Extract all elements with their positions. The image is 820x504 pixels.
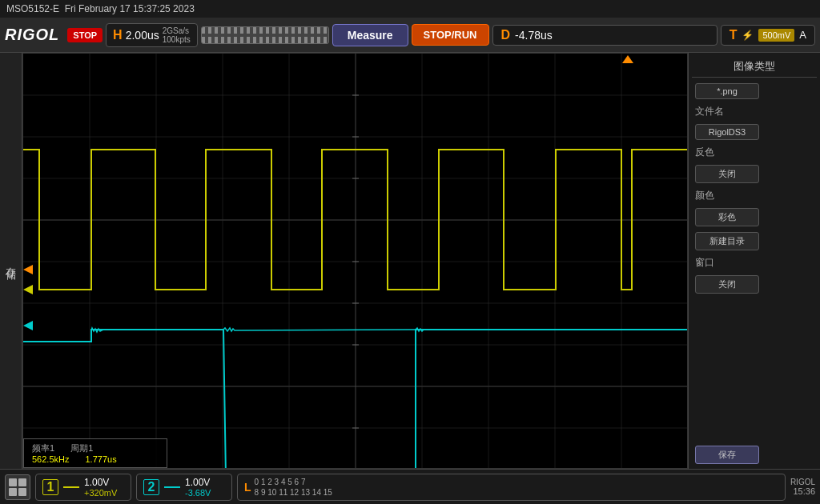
status-bar: MSO5152-E Fri February 17 15:37:25 2023 [0, 0, 820, 18]
datetime-label: Fri February 17 15:37:25 2023 [65, 3, 195, 14]
window-btn[interactable]: 关闭 [695, 275, 759, 294]
period-label: 周期1 [70, 442, 93, 454]
measure-box: 频率1 周期1 562.5kHz 1.777us [23, 438, 167, 468]
freq-label: 频率1 [32, 442, 54, 454]
period-value: 1.777us [85, 454, 116, 464]
save-side-tab[interactable]: 存储 [0, 53, 22, 469]
right-panel: 图像类型 *.png 文件名 RigolDS3 反色 关闭 颜色 彩色 新建目录… [688, 53, 820, 469]
new-dir-btn[interactable]: 新建目录 [695, 232, 759, 250]
t-label: T [730, 28, 738, 42]
trigger-icon: ⚡ [742, 30, 754, 41]
l-scale-2: 8 9 10 11 12 13 14 15 [255, 487, 332, 498]
ch1-indicator[interactable]: 1 1.00V +320mV [35, 474, 131, 501]
time-display: 15:36 [793, 486, 815, 496]
filename-value-row: RigolDS3 [692, 122, 817, 142]
invert-label: 反色 [695, 146, 714, 159]
ch2-number: 2 [143, 479, 159, 495]
filename-row: 文件名 [692, 103, 817, 120]
color-label: 颜色 [695, 189, 714, 202]
panel-title: 图像类型 [692, 56, 817, 78]
grid-cell-3 [9, 488, 17, 496]
ch1-number: 1 [42, 479, 58, 495]
new-dir-row: 新建目录 [692, 230, 817, 252]
window-btn-row: 关闭 [692, 274, 817, 295]
ch1-volt: 1.00V [84, 477, 117, 488]
color-btn-row: 彩色 [692, 206, 817, 228]
timebase-value: 2.00us [126, 29, 159, 42]
window-label: 窗口 [695, 256, 714, 270]
bottom-bar: 1 1.00V +320mV 2 1.00V -3.68V L 0 1 2 3 … [0, 469, 820, 504]
filename-btn[interactable]: RigolDS3 [695, 124, 759, 140]
rigol-logo: RIGOL [5, 26, 59, 44]
save-btn-row: 保存 [692, 444, 817, 466]
save-side-label: 存储 [4, 259, 18, 262]
grid-cell-1 [9, 478, 17, 486]
scope-screen: 频率1 周期1 562.5kHz 1.777us [22, 53, 688, 469]
ch2-volt: 1.00V [185, 477, 211, 488]
grid-cell-2 [18, 478, 26, 486]
invert-btn-row: 关闭 [692, 163, 817, 185]
invert-btn[interactable]: 关闭 [695, 165, 759, 183]
timebase-section: H 2.00us 2GSa/s 100kpts [106, 23, 198, 47]
trigger-section: T ⚡ 500mV A [721, 25, 815, 46]
time-section: RIGOL 15:36 [790, 478, 815, 496]
trigger-indicator [201, 26, 329, 44]
brand-small: RIGOL [790, 478, 815, 486]
color-label-row: 颜色 [692, 187, 817, 204]
toolbar: RIGOL STOP H 2.00us 2GSa/s 100kpts Measu… [0, 18, 820, 53]
l-label: L [244, 481, 251, 494]
sample-rate: 2GSa/s [163, 26, 189, 35]
save-button[interactable]: 保存 [695, 446, 759, 464]
d-value: -4.78us [515, 29, 553, 42]
l-scale-1: 0 1 2 3 4 5 6 7 [255, 477, 332, 487]
ch1-offset: +320mV [84, 488, 117, 498]
delay-section: D -4.78us [492, 25, 718, 46]
file-type-row: *.png [692, 82, 817, 101]
ch-a-label: A [799, 29, 806, 41]
stop-badge[interactable]: STOP [67, 28, 102, 42]
ch1-info: 1.00V +320mV [84, 477, 117, 498]
main-content: 存储 [0, 53, 820, 469]
color-btn[interactable]: 彩色 [695, 208, 759, 226]
ch2-info: 1.00V -3.68V [185, 477, 211, 498]
freq-value: 562.5kHz [32, 454, 69, 464]
invert-section: 反色 [692, 144, 817, 161]
h-label: H [113, 28, 123, 42]
model-label: MSO5152-E [6, 3, 59, 14]
logic-section[interactable]: L 0 1 2 3 4 5 6 7 8 9 10 11 12 13 14 15 [237, 474, 786, 501]
file-type-btn[interactable]: *.png [695, 83, 759, 99]
filename-label: 文件名 [695, 105, 724, 118]
ch1-line [63, 486, 79, 488]
ch2-line [164, 486, 180, 488]
grid-menu-icon[interactable] [5, 474, 30, 500]
ch2-offset: -3.68V [185, 488, 211, 498]
window-label-row: 窗口 [692, 254, 817, 271]
sample-pts: 100kpts [163, 35, 191, 44]
volt-badge: 500mV [758, 29, 794, 42]
stoprun-button[interactable]: STOP/RUN [412, 24, 489, 46]
d-label: D [501, 28, 511, 42]
ch2-indicator[interactable]: 2 1.00V -3.68V [136, 474, 232, 501]
measure-button[interactable]: Measure [332, 24, 408, 46]
grid-cell-4 [18, 488, 26, 496]
